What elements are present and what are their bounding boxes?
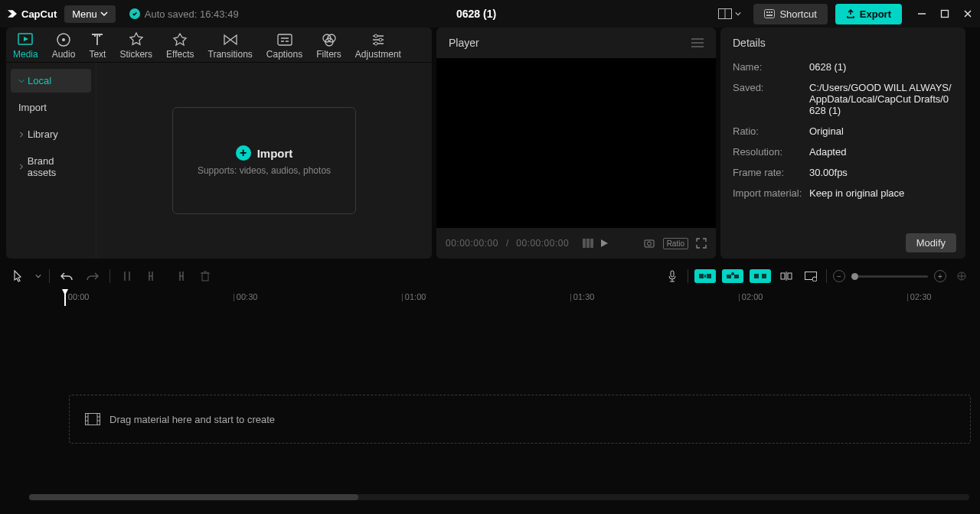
- svg-rect-12: [278, 34, 292, 45]
- media-icon: [17, 32, 34, 47]
- zoom-out-button[interactable]: −: [833, 270, 845, 282]
- close-button[interactable]: [962, 9, 974, 18]
- keyboard-icon: [764, 9, 775, 18]
- details-title: Details: [733, 37, 766, 49]
- sidebar-item-brand-assets[interactable]: Brand assets: [11, 149, 91, 184]
- layout-button[interactable]: [714, 5, 746, 22]
- svg-rect-35: [754, 274, 759, 278]
- delete-button[interactable]: [196, 267, 214, 285]
- tab-audio[interactable]: Audio: [45, 28, 83, 62]
- timeline-tracks[interactable]: Drag material here and start to create: [0, 306, 980, 490]
- import-dropzone[interactable]: + Import Supports: videos, audios, photo…: [172, 107, 356, 214]
- tab-text[interactable]: Text: [82, 28, 113, 62]
- svg-rect-38: [788, 273, 792, 279]
- tab-label: Adjustment: [355, 49, 401, 60]
- export-button[interactable]: Export: [835, 4, 902, 24]
- filters-icon: [321, 32, 338, 47]
- magnet-main-toggle[interactable]: [694, 269, 716, 283]
- capcut-logo-icon: [6, 8, 18, 20]
- player-panel: Player 00:00:00:00 / 00:00:00:00 Ratio: [436, 28, 716, 259]
- cover-button[interactable]: [802, 267, 820, 285]
- titlebar: CapCut Menu Auto saved: 16:43:49 0628 (1…: [0, 0, 980, 28]
- sidebar-item-library[interactable]: Library: [11, 122, 91, 146]
- tab-transitions[interactable]: Transitions: [201, 28, 260, 62]
- player-menu-icon[interactable]: [691, 38, 704, 47]
- tab-media[interactable]: Media: [6, 28, 45, 62]
- delete-right-button[interactable]: [170, 267, 188, 285]
- svg-rect-29: [699, 274, 704, 278]
- timeline-ruler[interactable]: 00:0000:3001:0001:3002:0002:30: [0, 289, 980, 306]
- compare-icon[interactable]: [583, 239, 593, 248]
- svg-rect-3: [766, 11, 768, 13]
- details-header: Details: [720, 28, 965, 58]
- export-label: Export: [860, 8, 891, 20]
- magnet-link-toggle[interactable]: [722, 269, 743, 283]
- zoom-slider[interactable]: [851, 275, 928, 278]
- maximize-button[interactable]: [939, 9, 951, 18]
- svg-point-16: [374, 34, 377, 37]
- ratio-button[interactable]: Ratio: [663, 238, 688, 249]
- tab-captions[interactable]: Captions: [260, 28, 309, 62]
- ruler-mark: 00:00: [64, 292, 89, 301]
- chevron-down-icon[interactable]: [35, 273, 41, 279]
- autosave-status: Auto saved: 16:43:49: [129, 8, 239, 20]
- fullscreen-icon[interactable]: [696, 238, 707, 249]
- undo-button[interactable]: [57, 267, 76, 285]
- plus-circle-icon: +: [236, 145, 251, 161]
- time-total: 00:00:00:00: [516, 238, 569, 249]
- menu-button[interactable]: Menu: [64, 5, 116, 23]
- import-hint: Supports: videos, audios, photos: [198, 165, 331, 176]
- tab-label: Media: [13, 49, 38, 60]
- time-current: 00:00:00:00: [446, 238, 498, 249]
- captions-icon: [276, 32, 293, 47]
- undo-icon: [60, 271, 73, 281]
- mic-icon: [668, 270, 677, 282]
- titlebar-right: Shortcut Export: [714, 4, 974, 24]
- layout-icon: [718, 8, 732, 19]
- ruler-mark: 01:00: [401, 292, 426, 301]
- tab-filters[interactable]: Filters: [309, 28, 348, 62]
- zoom-in-button[interactable]: +: [934, 270, 946, 282]
- player-viewport[interactable]: [436, 58, 716, 228]
- autosave-text: Auto saved: 16:43:49: [145, 8, 239, 20]
- svg-point-17: [379, 38, 382, 41]
- magnet-aux-toggle[interactable]: [750, 269, 771, 283]
- minimize-button[interactable]: [916, 9, 928, 18]
- snapshot-icon[interactable]: [643, 237, 655, 249]
- tab-stickers[interactable]: Stickers: [113, 28, 159, 62]
- redo-button[interactable]: [83, 267, 102, 285]
- delete-left-button[interactable]: [144, 267, 162, 285]
- svg-point-26: [647, 242, 651, 246]
- tab-effects[interactable]: Effects: [159, 28, 201, 62]
- sidebar-label: Local: [28, 75, 51, 86]
- trash-icon: [201, 271, 210, 281]
- play-icon[interactable]: [599, 239, 609, 248]
- tab-label: Audio: [52, 49, 76, 60]
- modify-button[interactable]: Modify: [906, 233, 956, 252]
- preview-axis-button[interactable]: [777, 267, 795, 285]
- playhead[interactable]: [64, 289, 66, 306]
- drop-hint: Drag material here and start to create: [109, 414, 275, 425]
- player-title: Player: [449, 37, 479, 49]
- media-panel: MediaAudioTextStickersEffectsTransitions…: [6, 28, 432, 259]
- shortcut-button[interactable]: Shortcut: [753, 4, 827, 24]
- split-button[interactable]: [118, 267, 136, 285]
- import-area: + Import Supports: videos, audios, photo…: [96, 63, 432, 259]
- timeline-toolbar: − +: [0, 263, 980, 289]
- zoom-fit-button[interactable]: [952, 267, 971, 285]
- effects-icon: [172, 32, 188, 47]
- sidebar-item-import[interactable]: Import: [11, 96, 91, 119]
- ruler-mark: 00:30: [233, 292, 257, 301]
- tab-adjustment[interactable]: Adjustment: [348, 28, 408, 62]
- check-circle-icon: [129, 8, 140, 19]
- timeline-scrollbar[interactable]: [29, 494, 969, 500]
- import-label: Import: [257, 147, 293, 160]
- svg-rect-8: [942, 11, 949, 18]
- sidebar-item-local[interactable]: Local: [11, 69, 91, 93]
- select-tool-button[interactable]: [9, 267, 28, 285]
- chevron-down-icon: [100, 10, 108, 18]
- detail-value-import: Keep in original place: [809, 187, 904, 199]
- record-audio-button[interactable]: [663, 267, 681, 285]
- ruler-mark: 02:30: [906, 292, 931, 301]
- timeline-dropzone[interactable]: Drag material here and start to create: [69, 395, 971, 444]
